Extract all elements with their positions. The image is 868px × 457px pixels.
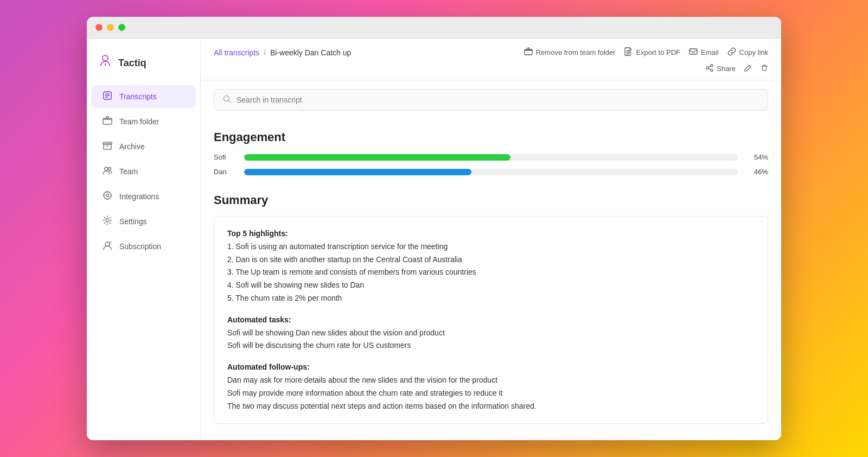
- close-button[interactable]: [95, 24, 103, 31]
- engagement-pct-dan: 46%: [746, 168, 768, 176]
- highlight-5: 5. The churn rate is 2% per month: [227, 292, 755, 305]
- edit-icon: [744, 64, 752, 73]
- svg-point-14: [106, 194, 109, 197]
- logo-icon: [98, 54, 113, 72]
- topbar: All transcripts / Bi-weekly Dan Catch up: [201, 39, 781, 80]
- email-label: Email: [701, 48, 719, 56]
- svg-point-13: [104, 192, 111, 199]
- engagement-name-dan: Dan: [214, 168, 235, 176]
- followup-2: Sofi may provide more information about …: [227, 387, 755, 400]
- sidebar-item-label: Team folder: [119, 117, 159, 126]
- sidebar-item-label: Settings: [119, 217, 147, 226]
- tasks-label: Automated tasks:: [227, 314, 755, 327]
- remove-from-team-button[interactable]: Remove from team folder: [524, 47, 616, 58]
- engagement-bar-sofi: [244, 154, 510, 161]
- summary-section: Summary Top 5 highlights: 1. Sofi is usi…: [214, 193, 768, 424]
- task-2: Sofi will be discussing the churn rate f…: [227, 339, 755, 352]
- svg-point-30: [706, 67, 709, 69]
- highlight-2: 2. Dan is on site with another startup o…: [227, 253, 755, 266]
- sidebar-item-label: Integrations: [119, 192, 159, 201]
- highlights-label: Top 5 highlights:: [227, 227, 755, 240]
- svg-line-32: [709, 66, 711, 68]
- summary-box: Top 5 highlights: 1. Sofi is using an au…: [214, 216, 768, 424]
- highlight-1: 1. Sofi is using an automated transcript…: [227, 240, 755, 253]
- export-pdf-icon: [624, 47, 633, 58]
- sidebar-item-archive[interactable]: Archive: [91, 135, 196, 158]
- delete-button[interactable]: [761, 64, 768, 73]
- sidebar: Tactiq Transcripts: [87, 39, 201, 440]
- email-button[interactable]: Email: [689, 47, 719, 58]
- copy-link-button[interactable]: Copy link: [727, 47, 768, 58]
- team-icon: [102, 166, 113, 177]
- svg-point-12: [108, 168, 111, 170]
- maximize-button[interactable]: [118, 24, 125, 31]
- followups-block: Automated follow-ups: Dan may ask for mo…: [227, 361, 755, 412]
- sidebar-item-team-folder[interactable]: Team folder: [91, 110, 196, 133]
- engagement-pct-sofi: 54%: [746, 153, 768, 161]
- app-window: Tactiq Transcripts: [87, 17, 781, 440]
- settings-icon: [102, 215, 113, 227]
- subscription-icon: [102, 240, 113, 252]
- svg-point-19: [106, 219, 109, 222]
- minimize-button[interactable]: [107, 24, 114, 31]
- summary-title: Summary: [214, 193, 768, 207]
- svg-point-7: [106, 116, 108, 118]
- svg-point-11: [105, 167, 108, 170]
- topbar-actions: Remove from team folder: [524, 47, 768, 58]
- engagement-row-sofi: Sofi 54%: [214, 153, 768, 161]
- secondary-actions: Share: [214, 64, 768, 80]
- export-pdf-label: Export to PDF: [636, 48, 680, 56]
- search-input[interactable]: [237, 96, 759, 104]
- search-icon: [223, 95, 231, 105]
- search-box: [214, 89, 768, 111]
- svg-point-0: [103, 55, 108, 61]
- team-folder-icon: [102, 116, 113, 128]
- followup-3: The two may discuss potential next steps…: [227, 400, 755, 413]
- sidebar-item-team[interactable]: Team: [91, 160, 196, 183]
- svg-rect-28: [690, 49, 697, 54]
- archive-icon: [102, 141, 113, 153]
- sidebar-item-subscription[interactable]: Subscription: [91, 235, 196, 258]
- email-icon: [689, 47, 698, 58]
- sidebar-item-settings[interactable]: Settings: [91, 210, 196, 233]
- export-pdf-button[interactable]: Export to PDF: [624, 47, 680, 58]
- highlight-4: 4. Sofi will be showing new slides to Da…: [227, 279, 755, 292]
- integrations-icon: [102, 191, 113, 202]
- remove-from-team-label: Remove from team folder: [536, 48, 616, 56]
- copy-link-label: Copy link: [739, 48, 768, 56]
- edit-button[interactable]: [744, 64, 752, 73]
- followup-1: Dan may ask for more details about the n…: [227, 374, 755, 387]
- logo-text: Tactiq: [118, 58, 146, 69]
- share-icon: [706, 64, 713, 73]
- sidebar-item-transcripts[interactable]: Transcripts: [91, 85, 196, 108]
- transcripts-icon: [102, 91, 113, 103]
- sidebar-item-label: Transcripts: [119, 92, 157, 101]
- breadcrumb-current: Bi-weekly Dan Catch up: [270, 48, 351, 57]
- breadcrumb-row: All transcripts / Bi-weekly Dan Catch up: [214, 47, 768, 58]
- svg-rect-9: [103, 142, 112, 144]
- main-content: All transcripts / Bi-weekly Dan Catch up: [201, 39, 781, 440]
- svg-line-35: [229, 101, 231, 103]
- highlight-3: 3. The Up team is remote and consists of…: [227, 266, 755, 279]
- engagement-title: Engagement: [214, 130, 768, 144]
- svg-rect-24: [625, 48, 630, 55]
- delete-icon: [761, 64, 768, 73]
- share-button[interactable]: Share: [706, 64, 736, 73]
- team-folder-action-icon: [524, 47, 533, 58]
- svg-point-29: [711, 65, 713, 67]
- task-1: Sofi will be showing Dan new slides abou…: [227, 327, 755, 340]
- app-body: Tactiq Transcripts: [87, 39, 781, 440]
- engagement-bar-dan: [244, 169, 471, 175]
- engagement-row-dan: Dan 46%: [214, 168, 768, 176]
- breadcrumb: All transcripts / Bi-weekly Dan Catch up: [214, 48, 351, 57]
- copy-link-icon: [727, 47, 736, 58]
- logo-area: Tactiq: [87, 49, 200, 83]
- sidebar-item-integrations[interactable]: Integrations: [91, 185, 196, 208]
- svg-point-31: [711, 69, 713, 72]
- sidebar-item-label: Team: [119, 167, 138, 176]
- highlights-block: Top 5 highlights: 1. Sofi is using an au…: [227, 227, 755, 305]
- breadcrumb-link[interactable]: All transcripts: [214, 48, 259, 57]
- engagement-bar-bg-sofi: [244, 154, 738, 161]
- sidebar-item-label: Archive: [119, 142, 145, 151]
- breadcrumb-separator: /: [264, 48, 266, 57]
